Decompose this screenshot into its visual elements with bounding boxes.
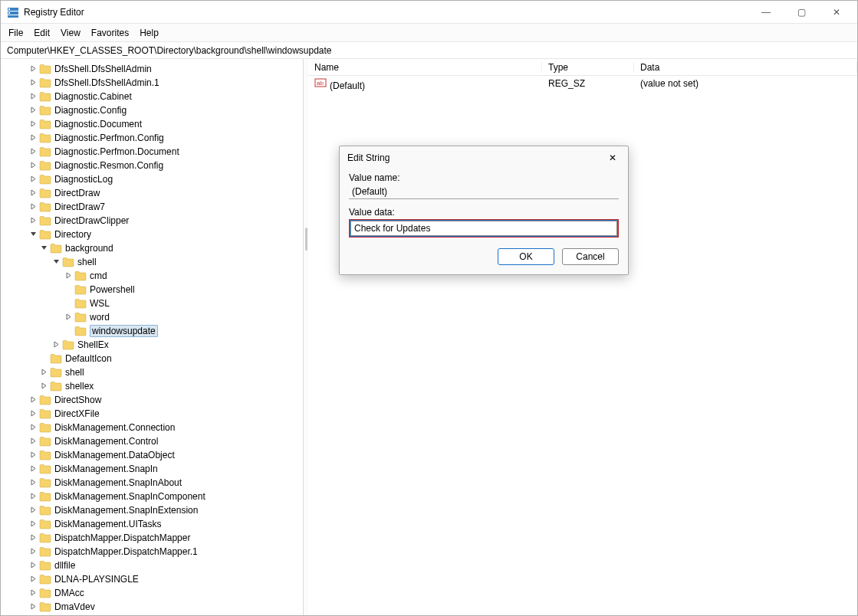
chevron-right-icon[interactable]: [28, 465, 38, 473]
cancel-button[interactable]: Cancel: [562, 248, 619, 265]
chevron-right-icon[interactable]: [28, 534, 38, 542]
value-data-input[interactable]: [350, 221, 617, 236]
tree-item[interactable]: DiskManagement.Control: [1, 434, 303, 448]
chevron-right-icon[interactable]: [28, 410, 38, 418]
chevron-right-icon[interactable]: [64, 272, 73, 280]
chevron-down-icon[interactable]: [51, 258, 61, 267]
tree-item[interactable]: ShellEx: [1, 338, 303, 352]
close-button[interactable]: ✕: [819, 1, 854, 24]
chevron-right-icon[interactable]: [28, 106, 38, 115]
tree-item[interactable]: DirectDraw: [1, 186, 303, 200]
chevron-right-icon[interactable]: [28, 562, 38, 570]
menu-favorites[interactable]: Favorites: [91, 28, 129, 38]
tree-item[interactable]: Powershell: [1, 283, 303, 297]
tree-item[interactable]: Diagnostic.Config: [1, 103, 303, 117]
chevron-right-icon[interactable]: [28, 93, 38, 101]
dialog-close-button[interactable]: ✕: [605, 152, 620, 163]
chevron-right-icon[interactable]: [28, 520, 38, 529]
tree-item[interactable]: cmd: [1, 269, 303, 283]
tree-item[interactable]: DefaultIcon: [1, 352, 303, 365]
tree-item[interactable]: DLNA-PLAYSINGLE: [1, 572, 303, 586]
value-row[interactable]: ab(Default)REG_SZ(value not set): [308, 76, 857, 91]
tree-item[interactable]: DmaVdev: [1, 600, 303, 614]
col-header-data[interactable]: Data: [634, 62, 857, 73]
chevron-right-icon[interactable]: [28, 189, 38, 198]
tree-item[interactable]: Diagnostic.Cabinet: [1, 90, 303, 103]
chevron-right-icon[interactable]: [28, 162, 38, 170]
tree-item[interactable]: DispatchMapper.DispatchMapper.1: [1, 545, 303, 559]
tree-item[interactable]: DfsShell.DfsShellAdmin: [1, 62, 303, 76]
minimize-button[interactable]: —: [748, 1, 784, 24]
tree-item[interactable]: DispatchMapper.DispatchMapper: [1, 531, 303, 545]
chevron-down-icon[interactable]: [39, 244, 48, 253]
tree-item[interactable]: dllfile: [1, 559, 303, 572]
chevron-right-icon[interactable]: [28, 134, 38, 143]
tree-item[interactable]: DiagnosticLog: [1, 172, 303, 186]
tree-item[interactable]: shellex: [1, 379, 303, 393]
chevron-right-icon[interactable]: [28, 217, 38, 225]
tree-item[interactable]: DiskManagement.UITasks: [1, 517, 303, 531]
chevron-right-icon[interactable]: [64, 313, 73, 322]
tree-item[interactable]: WSL: [1, 297, 303, 310]
tree-item[interactable]: DirectShow: [1, 393, 303, 407]
chevron-right-icon[interactable]: [28, 120, 38, 129]
tree-item[interactable]: DiskManagement.SnapInExtension: [1, 503, 303, 517]
ok-button[interactable]: OK: [498, 248, 554, 265]
tree-item[interactable]: background: [1, 241, 303, 255]
tree-item-label: Powershell: [90, 284, 135, 295]
chevron-right-icon[interactable]: [28, 493, 38, 501]
chevron-right-icon[interactable]: [39, 369, 48, 377]
dialog-titlebar: Edit String ✕: [340, 146, 628, 169]
tree-item[interactable]: DMAcc: [1, 586, 303, 600]
chevron-right-icon[interactable]: [28, 506, 38, 515]
tree-item[interactable]: DiskManagement.SnapIn: [1, 462, 303, 476]
tree-item[interactable]: DiskManagement.DataObject: [1, 448, 303, 462]
tree-item[interactable]: shell: [1, 365, 303, 379]
menu-edit[interactable]: Edit: [34, 28, 50, 38]
value-name-field[interactable]: [349, 185, 619, 199]
chevron-right-icon[interactable]: [28, 175, 38, 184]
col-header-type[interactable]: Type: [542, 62, 634, 73]
tree-item[interactable]: DiskManagement.SnapInAbout: [1, 476, 303, 490]
tree-item[interactable]: DirectDrawClipper: [1, 214, 303, 228]
chevron-down-icon[interactable]: [28, 231, 38, 239]
tree-item[interactable]: Directory: [1, 228, 303, 241]
tree-item[interactable]: DfsShell.DfsShellAdmin.1: [1, 76, 303, 90]
tree-item[interactable]: word: [1, 310, 303, 324]
tree-item[interactable]: DiskManagement.SnapInComponent: [1, 490, 303, 503]
chevron-right-icon[interactable]: [28, 79, 38, 87]
chevron-right-icon[interactable]: [28, 589, 38, 598]
address-bar[interactable]: Computer\HKEY_CLASSES_ROOT\Directory\bac…: [1, 42, 857, 59]
tree-item[interactable]: shell: [1, 255, 303, 269]
chevron-right-icon[interactable]: [28, 437, 38, 446]
tree-item[interactable]: Diagnostic.Resmon.Config: [1, 159, 303, 172]
chevron-right-icon[interactable]: [28, 65, 38, 74]
chevron-right-icon[interactable]: [28, 548, 38, 556]
menu-file[interactable]: File: [8, 28, 23, 38]
chevron-right-icon[interactable]: [28, 424, 38, 432]
splitter-grip[interactable]: [305, 228, 307, 251]
chevron-right-icon[interactable]: [39, 382, 48, 391]
tree-item-label: Diagnostic.Perfmon.Config: [54, 133, 164, 143]
chevron-right-icon[interactable]: [28, 203, 38, 211]
tree-item[interactable]: DirectDraw7: [1, 200, 303, 214]
col-header-name[interactable]: Name: [308, 62, 542, 73]
chevron-right-icon[interactable]: [28, 603, 38, 611]
tree-item[interactable]: Diagnostic.Perfmon.Config: [1, 131, 303, 145]
chevron-right-icon[interactable]: [51, 341, 61, 349]
maximize-button[interactable]: ▢: [784, 1, 819, 24]
chevron-right-icon[interactable]: [28, 148, 38, 156]
menu-view[interactable]: View: [61, 28, 81, 38]
tree-item[interactable]: Diagnostic.Perfmon.Document: [1, 145, 303, 159]
chevron-right-icon[interactable]: [28, 575, 38, 584]
tree-item[interactable]: DiskManagement.Connection: [1, 421, 303, 434]
tree-item[interactable]: windowsupdate: [1, 324, 303, 338]
list-pane[interactable]: Name Type Data ab(Default)REG_SZ(value n…: [308, 59, 857, 615]
tree-item[interactable]: Diagnostic.Document: [1, 117, 303, 131]
menu-help[interactable]: Help: [140, 28, 159, 38]
tree-pane[interactable]: DfsShell.DfsShellAdminDfsShell.DfsShellA…: [1, 59, 304, 615]
chevron-right-icon[interactable]: [28, 451, 38, 460]
chevron-right-icon[interactable]: [28, 396, 38, 405]
tree-item[interactable]: DirectXFile: [1, 407, 303, 421]
chevron-right-icon[interactable]: [28, 479, 38, 487]
